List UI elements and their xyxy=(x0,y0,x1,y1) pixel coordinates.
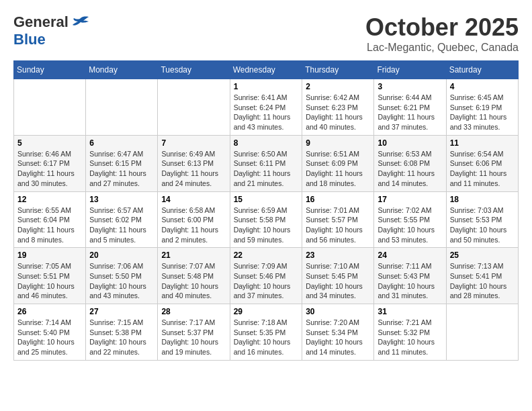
logo: General Blue xyxy=(13,13,90,48)
day-info: Sunrise: 6:54 AMSunset: 6:06 PMDaylight:… xyxy=(450,149,515,189)
calendar-cell: 13Sunrise: 6:57 AMSunset: 6:02 PMDayligh… xyxy=(86,191,158,248)
day-info: Sunrise: 6:42 AMSunset: 6:23 PMDaylight:… xyxy=(306,93,370,132)
page-header: General Blue October 2025 Lac-Megantic, … xyxy=(13,13,519,54)
day-number: 25 xyxy=(450,250,515,260)
location: Lac-Megantic, Quebec, Canada xyxy=(365,42,519,54)
day-number: 19 xyxy=(17,250,82,260)
weekday-header-saturday: Saturday xyxy=(446,61,518,79)
calendar-cell: 9Sunrise: 6:51 AMSunset: 6:09 PMDaylight… xyxy=(302,135,374,191)
day-number: 29 xyxy=(234,307,298,316)
day-info: Sunrise: 6:45 AMSunset: 6:19 PMDaylight:… xyxy=(450,93,515,132)
day-number: 8 xyxy=(234,138,298,148)
title-block: October 2025 Lac-Megantic, Quebec, Canad… xyxy=(365,13,519,54)
day-info: Sunrise: 6:51 AMSunset: 6:09 PMDaylight:… xyxy=(306,149,370,189)
day-info: Sunrise: 7:07 AMSunset: 5:48 PMDaylight:… xyxy=(161,261,226,301)
calendar-cell: 20Sunrise: 7:06 AMSunset: 5:50 PMDayligh… xyxy=(86,248,158,304)
day-number: 5 xyxy=(17,138,82,148)
weekday-header-wednesday: Wednesday xyxy=(230,61,302,79)
day-info: Sunrise: 7:10 AMSunset: 5:45 PMDaylight:… xyxy=(306,261,370,301)
month-title: October 2025 xyxy=(365,13,519,42)
week-row-1: 1Sunrise: 6:41 AMSunset: 6:24 PMDaylight… xyxy=(14,79,519,136)
day-number: 12 xyxy=(17,195,82,204)
day-info: Sunrise: 6:50 AMSunset: 6:11 PMDaylight:… xyxy=(234,149,298,189)
calendar-cell: 24Sunrise: 7:11 AMSunset: 5:43 PMDayligh… xyxy=(374,248,446,304)
day-info: Sunrise: 7:11 AMSunset: 5:43 PMDaylight:… xyxy=(378,261,442,301)
day-info: Sunrise: 7:05 AMSunset: 5:51 PMDaylight:… xyxy=(17,261,82,301)
calendar-cell: 26Sunrise: 7:14 AMSunset: 5:40 PMDayligh… xyxy=(14,304,86,361)
day-number: 24 xyxy=(378,250,442,260)
day-info: Sunrise: 6:46 AMSunset: 6:17 PMDaylight:… xyxy=(17,149,82,189)
day-number: 10 xyxy=(378,138,442,148)
calendar-cell: 29Sunrise: 7:18 AMSunset: 5:35 PMDayligh… xyxy=(230,304,302,361)
day-info: Sunrise: 7:09 AMSunset: 5:46 PMDaylight:… xyxy=(234,261,298,301)
day-number: 23 xyxy=(306,250,370,260)
day-number: 2 xyxy=(306,82,370,91)
calendar-cell: 21Sunrise: 7:07 AMSunset: 5:48 PMDayligh… xyxy=(158,248,230,304)
day-info: Sunrise: 6:55 AMSunset: 6:04 PMDaylight:… xyxy=(17,205,82,245)
day-number: 26 xyxy=(17,307,82,316)
calendar-cell: 4Sunrise: 6:45 AMSunset: 6:19 PMDaylight… xyxy=(446,79,518,136)
logo-general: General xyxy=(13,13,69,31)
weekday-header-sunday: Sunday xyxy=(14,61,86,79)
day-info: Sunrise: 7:02 AMSunset: 5:55 PMDaylight:… xyxy=(378,205,442,245)
calendar-cell: 31Sunrise: 7:21 AMSunset: 5:32 PMDayligh… xyxy=(374,304,446,361)
calendar-cell: 17Sunrise: 7:02 AMSunset: 5:55 PMDayligh… xyxy=(374,191,446,248)
day-number: 6 xyxy=(89,138,154,148)
day-number: 20 xyxy=(89,250,154,260)
day-info: Sunrise: 6:44 AMSunset: 6:21 PMDaylight:… xyxy=(378,93,442,132)
day-info: Sunrise: 6:53 AMSunset: 6:08 PMDaylight:… xyxy=(378,149,442,189)
calendar-cell: 2Sunrise: 6:42 AMSunset: 6:23 PMDaylight… xyxy=(302,79,374,136)
day-info: Sunrise: 7:17 AMSunset: 5:37 PMDaylight:… xyxy=(161,318,226,357)
day-number: 22 xyxy=(234,250,298,260)
day-number: 21 xyxy=(161,250,226,260)
calendar-cell: 23Sunrise: 7:10 AMSunset: 5:45 PMDayligh… xyxy=(302,248,374,304)
calendar-cell: 25Sunrise: 7:13 AMSunset: 5:41 PMDayligh… xyxy=(446,248,518,304)
week-row-5: 26Sunrise: 7:14 AMSunset: 5:40 PMDayligh… xyxy=(14,304,519,361)
day-number: 18 xyxy=(450,195,515,204)
calendar-cell: 28Sunrise: 7:17 AMSunset: 5:37 PMDayligh… xyxy=(158,304,230,361)
logo-blue: Blue xyxy=(13,31,46,48)
calendar-cell: 3Sunrise: 6:44 AMSunset: 6:21 PMDaylight… xyxy=(374,79,446,136)
weekday-header-thursday: Thursday xyxy=(302,61,374,79)
day-info: Sunrise: 7:13 AMSunset: 5:41 PMDaylight:… xyxy=(450,261,515,301)
calendar-cell: 1Sunrise: 6:41 AMSunset: 6:24 PMDaylight… xyxy=(230,79,302,136)
week-row-4: 19Sunrise: 7:05 AMSunset: 5:51 PMDayligh… xyxy=(14,248,519,304)
day-number: 17 xyxy=(378,195,442,204)
weekday-header-row: SundayMondayTuesdayWednesdayThursdayFrid… xyxy=(14,61,519,79)
calendar-table: SundayMondayTuesdayWednesdayThursdayFrid… xyxy=(13,60,519,361)
day-number: 16 xyxy=(306,195,370,204)
day-info: Sunrise: 7:21 AMSunset: 5:32 PMDaylight:… xyxy=(378,318,442,357)
day-number: 13 xyxy=(89,195,154,204)
day-info: Sunrise: 6:57 AMSunset: 6:02 PMDaylight:… xyxy=(89,205,154,245)
calendar-cell: 14Sunrise: 6:58 AMSunset: 6:00 PMDayligh… xyxy=(158,191,230,248)
day-info: Sunrise: 7:20 AMSunset: 5:34 PMDaylight:… xyxy=(306,318,370,357)
day-info: Sunrise: 7:18 AMSunset: 5:35 PMDaylight:… xyxy=(234,318,298,357)
day-number: 3 xyxy=(378,82,442,91)
day-number: 28 xyxy=(161,307,226,316)
calendar-cell xyxy=(86,79,158,136)
calendar-cell: 6Sunrise: 6:47 AMSunset: 6:15 PMDaylight… xyxy=(86,135,158,191)
calendar-cell xyxy=(14,79,86,136)
day-info: Sunrise: 6:58 AMSunset: 6:00 PMDaylight:… xyxy=(161,205,226,245)
day-info: Sunrise: 7:06 AMSunset: 5:50 PMDaylight:… xyxy=(89,261,154,301)
day-info: Sunrise: 6:49 AMSunset: 6:13 PMDaylight:… xyxy=(161,149,226,189)
weekday-header-friday: Friday xyxy=(374,61,446,79)
day-number: 30 xyxy=(306,307,370,316)
day-number: 4 xyxy=(450,82,515,91)
calendar-cell: 10Sunrise: 6:53 AMSunset: 6:08 PMDayligh… xyxy=(374,135,446,191)
logo-bird-icon xyxy=(70,13,90,31)
day-info: Sunrise: 6:41 AMSunset: 6:24 PMDaylight:… xyxy=(234,93,298,132)
calendar-cell: 30Sunrise: 7:20 AMSunset: 5:34 PMDayligh… xyxy=(302,304,374,361)
weekday-header-monday: Monday xyxy=(86,61,158,79)
day-number: 15 xyxy=(234,195,298,204)
day-info: Sunrise: 7:15 AMSunset: 5:38 PMDaylight:… xyxy=(89,318,154,357)
week-row-2: 5Sunrise: 6:46 AMSunset: 6:17 PMDaylight… xyxy=(14,135,519,191)
day-info: Sunrise: 7:03 AMSunset: 5:53 PMDaylight:… xyxy=(450,205,515,245)
day-info: Sunrise: 7:01 AMSunset: 5:57 PMDaylight:… xyxy=(306,205,370,245)
day-number: 1 xyxy=(234,82,298,91)
calendar-cell: 5Sunrise: 6:46 AMSunset: 6:17 PMDaylight… xyxy=(14,135,86,191)
calendar-cell: 19Sunrise: 7:05 AMSunset: 5:51 PMDayligh… xyxy=(14,248,86,304)
calendar-cell: 18Sunrise: 7:03 AMSunset: 5:53 PMDayligh… xyxy=(446,191,518,248)
calendar-cell: 8Sunrise: 6:50 AMSunset: 6:11 PMDaylight… xyxy=(230,135,302,191)
calendar-cell: 22Sunrise: 7:09 AMSunset: 5:46 PMDayligh… xyxy=(230,248,302,304)
